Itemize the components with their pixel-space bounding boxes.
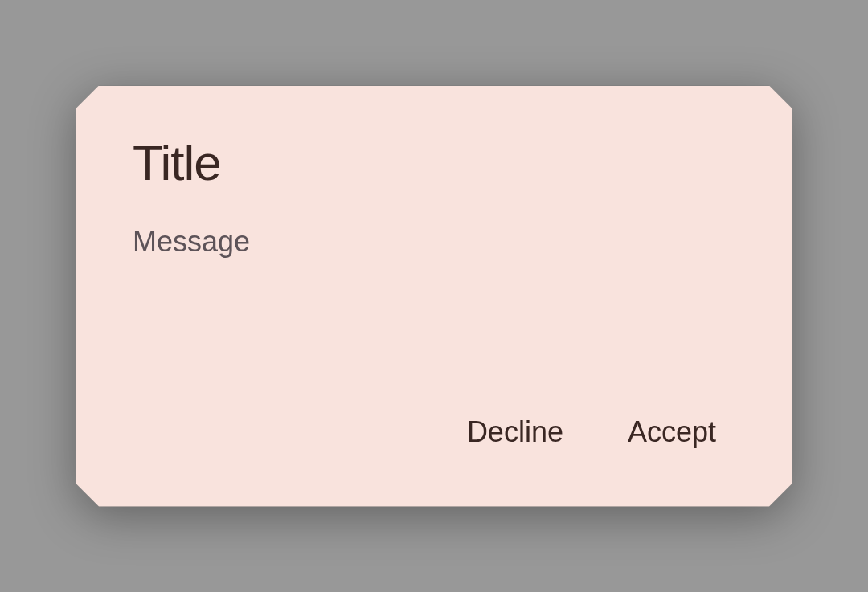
dialog-message: Message <box>133 225 735 259</box>
accept-button[interactable]: Accept <box>624 409 719 455</box>
dialog-actions: Decline Accept <box>76 409 792 507</box>
dialog: Title Message Decline Accept <box>76 86 792 507</box>
decline-button[interactable]: Decline <box>464 409 567 455</box>
dialog-title: Title <box>133 134 735 191</box>
dialog-content: Title Message <box>76 86 792 409</box>
dialog-shadow-wrapper: Title Message Decline Accept <box>76 86 792 507</box>
